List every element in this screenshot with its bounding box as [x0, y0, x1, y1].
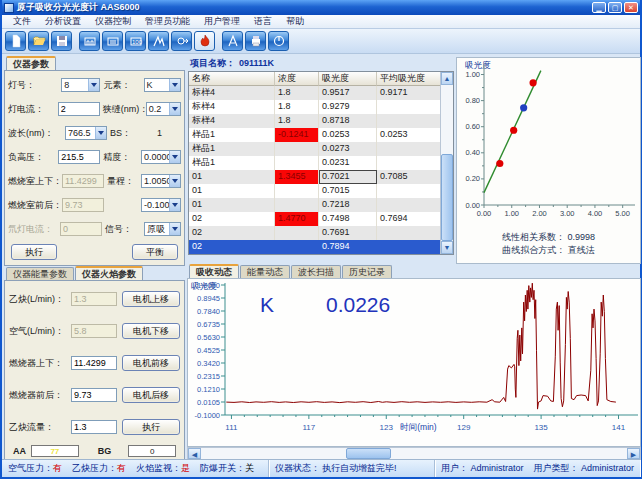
printer-icon[interactable] [245, 31, 266, 51]
peak-search-icon[interactable] [148, 31, 169, 51]
menu-item-0[interactable]: 文件 [6, 15, 38, 28]
maximize-button[interactable]: ▢ [608, 2, 622, 13]
lamp-no-select[interactable]: 8 [61, 78, 100, 92]
scroll-up-icon[interactable]: ▲ [441, 72, 453, 85]
table-row[interactable]: 标样41.80.95170.9171 [189, 86, 453, 100]
save-icon[interactable] [51, 31, 72, 51]
tab-instrument-params[interactable]: 仪器参数 [6, 56, 56, 70]
table-row[interactable]: 标样41.80.8718 [189, 114, 453, 128]
scrollbar-thumb[interactable] [441, 154, 453, 241]
flame-param-input[interactable] [71, 420, 117, 434]
menu-item-1[interactable]: 分析设置 [38, 15, 88, 28]
chevron-down-icon[interactable] [88, 79, 99, 91]
tab-dynamics-3[interactable]: 历史记录 [342, 265, 392, 278]
autosampler-icon[interactable] [222, 31, 243, 51]
motor-button-1[interactable]: 电机下移 [122, 323, 180, 339]
new-document-icon[interactable] [5, 31, 26, 51]
svg-text:0.40: 0.40 [465, 148, 480, 157]
burner-position-icon[interactable] [102, 31, 123, 51]
power-icon[interactable] [268, 31, 289, 51]
table-row[interactable]: 020.7691 [189, 226, 453, 240]
table-row[interactable]: 020.7894 [189, 240, 453, 254]
menu-item-6[interactable]: 帮助 [279, 15, 311, 28]
table-row[interactable]: 011.34550.70210.7085 [189, 170, 453, 184]
table-row[interactable]: 样品10.0231 [189, 156, 453, 170]
chevron-down-icon[interactable] [169, 175, 180, 187]
correlation-line: 线性相关系数： 0.9998 [457, 231, 640, 244]
table-cell: 0.0273 [319, 142, 377, 156]
svg-text:0.3420: 0.3420 [197, 359, 220, 368]
flame-onoff-icon[interactable] [194, 31, 215, 51]
table-cell: 0.8718 [319, 114, 377, 128]
tab-dynamics-0[interactable]: 吸收动态 [189, 264, 239, 278]
table-row[interactable]: 010.7218 [189, 198, 453, 212]
neg-hv-input[interactable] [58, 150, 100, 164]
lamp-current-input[interactable] [58, 102, 100, 116]
table-row[interactable]: 标样41.80.9279 [189, 100, 453, 114]
horizontal-scrollbar[interactable]: ◀ ▶ [187, 447, 641, 460]
motor-button-0[interactable]: 电机上移 [122, 291, 180, 307]
open-folder-icon[interactable] [28, 31, 49, 51]
column-header[interactable]: 浓度 [275, 72, 319, 86]
minimize-button[interactable]: ▁ [592, 2, 606, 13]
tab-flame-1[interactable]: 仪器火焰参数 [75, 266, 143, 280]
range-select[interactable]: 1.0050 [141, 174, 181, 188]
scrollbar-thumb[interactable] [346, 448, 391, 459]
execute-button[interactable]: 执行 [11, 244, 57, 260]
table-row[interactable]: 样品10.0273 [189, 142, 453, 156]
element-select[interactable]: K [144, 78, 181, 92]
motor-button-2[interactable]: 电机前移 [122, 355, 180, 371]
menu-item-4[interactable]: 用户管理 [197, 15, 247, 28]
chevron-down-icon[interactable] [169, 151, 180, 163]
svg-text:0.5630: 0.5630 [197, 333, 220, 342]
table-cell: 样品1 [189, 156, 275, 170]
close-button[interactable]: ✕ [624, 2, 638, 13]
table-cell [275, 184, 319, 198]
table-cell: 标样4 [189, 86, 275, 100]
table-row[interactable]: 021.47700.74980.7694 [189, 212, 453, 226]
column-header[interactable]: 名称 [189, 72, 275, 86]
table-vertical-scrollbar[interactable]: ▲ ▼ [440, 72, 453, 254]
slit-select[interactable]: 0.2 [146, 102, 181, 116]
precision-select[interactable]: 0.0000 [141, 150, 181, 164]
flame-param-input[interactable] [71, 356, 117, 370]
tab-flame-0[interactable]: 仪器能量参数 [6, 267, 74, 280]
flame-param-row: 空气(L/min)：电机下移 [5, 315, 184, 347]
table-row[interactable]: 样品1-0.12410.02530.0253 [189, 128, 453, 142]
motor-button-4[interactable]: 执行 [122, 419, 180, 435]
table-row[interactable]: 010.7015 [189, 184, 453, 198]
signal-select[interactable]: 原吸 [144, 222, 181, 236]
table-cell: 0.7694 [377, 212, 442, 226]
chevron-down-icon[interactable] [169, 79, 180, 91]
scroll-down-icon[interactable]: ▼ [441, 241, 453, 254]
calibration-chart: 吸光度0.000.200.400.600.801.000.001.002.003… [457, 59, 637, 229]
table-cell [377, 114, 442, 128]
table-cell [377, 100, 442, 114]
table-cell: 0.7894 [319, 240, 377, 254]
chevron-down-icon[interactable] [95, 127, 106, 139]
scroll-left-icon[interactable]: ◀ [188, 448, 201, 459]
aa-progressbar: 77 [31, 445, 79, 457]
chevron-down-icon[interactable] [169, 223, 180, 235]
chevron-down-icon[interactable] [169, 103, 180, 115]
offset-select[interactable]: -0.1000 [141, 198, 181, 212]
scroll-right-icon[interactable]: ▶ [627, 448, 640, 459]
chevron-down-icon[interactable] [169, 199, 180, 211]
column-header[interactable]: 吸光度 [319, 72, 377, 86]
svg-text:0.00: 0.00 [477, 209, 492, 218]
tab-dynamics-1[interactable]: 能量动态 [240, 265, 290, 278]
tab-dynamics-2[interactable]: 波长扫描 [291, 265, 341, 278]
motor-button-3[interactable]: 电机后移 [122, 387, 180, 403]
lamp-setup-icon[interactable] [79, 31, 100, 51]
flame-param-input[interactable] [71, 388, 117, 402]
menu-item-3[interactable]: 管理员功能 [138, 15, 197, 28]
wavelength-select[interactable]: 766.5 [65, 126, 107, 140]
lamp-adjust-icon[interactable] [171, 31, 192, 51]
burner-ud-label: 燃烧室上下： [8, 175, 62, 188]
svg-text:2.00: 2.00 [532, 209, 547, 218]
energy-setup-icon[interactable]: 100 [125, 31, 146, 51]
menu-item-5[interactable]: 语言 [247, 15, 279, 28]
column-header[interactable]: 平均吸光度 [377, 72, 442, 86]
balance-button[interactable]: 平衡 [132, 244, 178, 260]
menu-item-2[interactable]: 仪器控制 [88, 15, 138, 28]
